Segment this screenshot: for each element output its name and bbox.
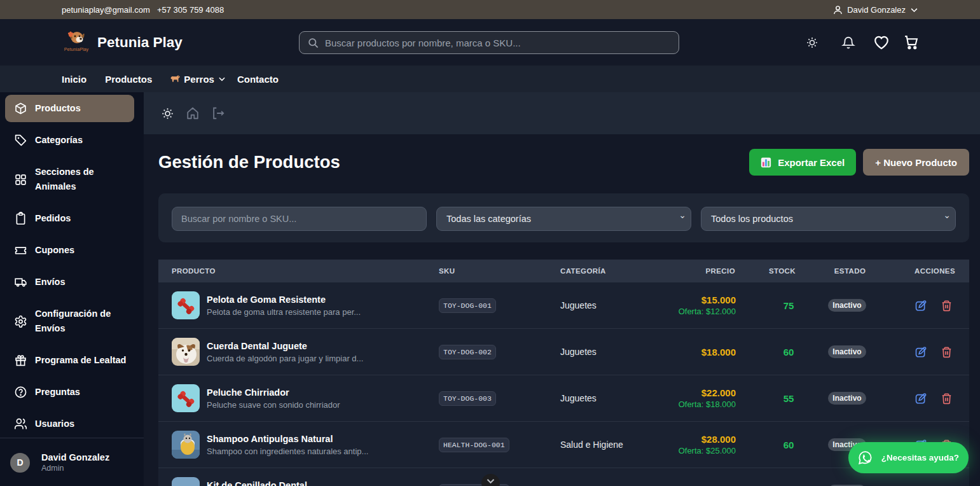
svg-text:PetuniaPlay: PetuniaPlay [64,46,89,52]
